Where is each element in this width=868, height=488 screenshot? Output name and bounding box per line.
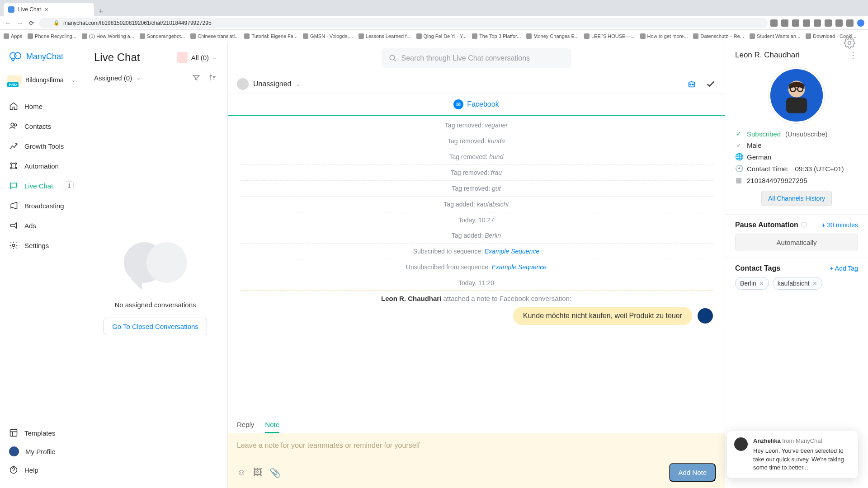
filter-all[interactable]: All (0) ⌄ [177,52,217,63]
bookmark-item[interactable]: Money Changes E... [526,33,579,39]
remove-tag-icon[interactable]: ✕ [759,280,764,287]
bookmark-item[interactable]: GMSN - Vologda,... [303,33,353,39]
nav-livechat[interactable]: Live Chat 1 [0,176,83,196]
extension-icon[interactable] [792,19,799,27]
assignee-avatar [237,78,249,90]
pause-add-button[interactable]: + 30 minutes [821,221,858,229]
pause-automation-section: Pause Automation ⓘ + 30 minutes Automati… [725,214,868,258]
extension-icon[interactable] [803,19,810,27]
pause-auto-button[interactable]: Automatically [735,234,858,251]
forward-button[interactable]: → [15,19,24,28]
workspace-selector[interactable]: PRO Bildungsfirma ⌄ [0,71,83,89]
browser-tab[interactable]: Live Chat × [4,3,94,16]
bookmark-item[interactable]: How to get more... [640,33,688,39]
bookmark-item[interactable]: Sonderangebot... [140,33,185,39]
bookmark-item[interactable]: (1) How Working a... [82,33,134,39]
address-input[interactable]: 🔒 manychat.com/fb198150208192061/chat/21… [39,18,768,28]
contact-avatar-wrap [725,65,868,130]
empty-illustration [124,242,187,292]
add-note-button[interactable]: Add Note [669,463,716,482]
compose-input[interactable]: Leave a note for your teammates or remin… [237,439,716,463]
nav-home[interactable]: Home [0,96,83,116]
check-icon[interactable] [706,79,716,89]
extension-icon[interactable] [814,19,821,27]
logo[interactable]: ManyChat [0,42,83,71]
bookmark-item[interactable]: LEE 'S HOUSE—... [584,33,635,39]
unsubscribe-link[interactable]: (Unsubscribe) [785,130,827,138]
timestamp: Today, 11:20 [240,275,713,291]
bookmark-item[interactable]: Lessons Learned f... [359,33,411,39]
assignee-name[interactable]: Unassigned [253,80,292,88]
bookmark-item[interactable]: Phone Recycling... [28,33,76,39]
bookmark-item[interactable]: Student Wants an... [750,33,800,39]
chat-column: Search through Live Chat conversations U… [228,42,725,488]
remove-tag-icon[interactable]: ✕ [812,280,817,287]
language-value: German [747,153,771,161]
extension-icon[interactable] [825,19,832,27]
extension-icon[interactable] [781,19,788,27]
svg-point-5 [15,163,16,164]
chat-body[interactable]: Tag removed: veganerTag removed: kundeTa… [228,116,725,416]
more-icon[interactable]: ⋮ [849,50,858,60]
filter-label: All (0) [191,54,209,61]
bookmark-item[interactable]: Chinese translati... [190,33,239,39]
svg-point-11 [390,55,395,60]
svg-point-3 [14,124,17,126]
logo-text: ManyChat [26,52,63,61]
nav-templates[interactable]: Templates [0,424,83,442]
bookmark-item[interactable]: Tutorial: Eigene Fa... [244,33,297,39]
system-event: Unsubscribed from sequence: Example Sequ… [240,259,713,275]
nav-contacts[interactable]: Contacts [0,116,83,136]
nav-profile[interactable]: My Profile [0,442,83,461]
add-tag-button[interactable]: + Add Tag [830,265,858,272]
bookmark-bar: AppsPhone Recycling...(1) How Working a.… [0,29,868,42]
tag-pill[interactable]: Berlin ✕ [735,277,769,290]
nav-broadcasting[interactable]: Broadcasting [0,196,83,216]
contacts-icon [9,122,18,131]
chevron-down-icon: ⌄ [296,81,300,87]
info-icon[interactable]: ⓘ [801,221,807,229]
extension-icon[interactable] [857,19,864,27]
automation-icon [9,161,18,170]
nav-help[interactable]: Help [0,461,83,479]
close-icon[interactable]: × [45,6,48,13]
bookmark-item[interactable]: Apps [4,33,22,39]
settings-gear-icon[interactable] [844,37,855,49]
tab-note[interactable]: Note [265,421,279,433]
search-input[interactable]: Search through Live Chat conversations [382,48,571,68]
pause-title: Pause Automation [735,221,798,229]
extension-icon[interactable] [770,19,778,27]
tag-pill[interactable]: kaufabsicht ✕ [773,277,822,290]
tab-reply[interactable]: Reply [237,421,254,433]
bookmark-item[interactable]: The Top 3 Platfor... [472,33,521,39]
new-tab-button[interactable]: + [94,7,108,16]
svg-point-8 [13,244,15,247]
address-bar: ← → ⟳ 🔒 manychat.com/fb198150208192061/c… [0,16,868,29]
image-icon[interactable]: 🖼 [253,467,262,478]
nav-settings[interactable]: Settings [0,235,83,255]
list-header: Live Chat All (0) ⌄ [83,42,227,69]
emoji-icon[interactable]: ☺ [237,467,246,478]
all-channels-history-button[interactable]: All Channels History [761,191,832,206]
attachment-icon[interactable]: 📎 [269,467,281,478]
reload-button[interactable]: ⟳ [27,19,36,28]
nav-growth[interactable]: Growth Tools [0,136,83,156]
bookmark-item[interactable]: Qing Fei De Yi - Y... [416,33,467,39]
back-button[interactable]: ← [4,19,13,28]
survey-toast[interactable]: Anzhelika from ManyChat Hey Leon, You've… [727,431,858,478]
sort-icon[interactable] [208,74,217,82]
nav-label: Help [24,466,38,474]
language-row: 🌐 German [735,153,858,161]
nav-ads[interactable]: Ads [0,216,83,235]
svg-point-14 [690,84,691,85]
bot-icon[interactable] [687,79,697,89]
nav-label: Ads [24,222,36,230]
svg-point-12 [848,42,851,45]
bookmark-item[interactable]: Datenschutz – Re... [693,33,744,39]
closed-conversations-button[interactable]: Go To Closed Conversations [104,318,207,335]
assigned-filter[interactable]: Assigned (0) [94,74,132,82]
extension-icon[interactable] [835,19,843,27]
extension-icon[interactable] [846,19,854,27]
nav-automation[interactable]: Automation [0,156,83,176]
filter-icon[interactable] [192,74,200,82]
